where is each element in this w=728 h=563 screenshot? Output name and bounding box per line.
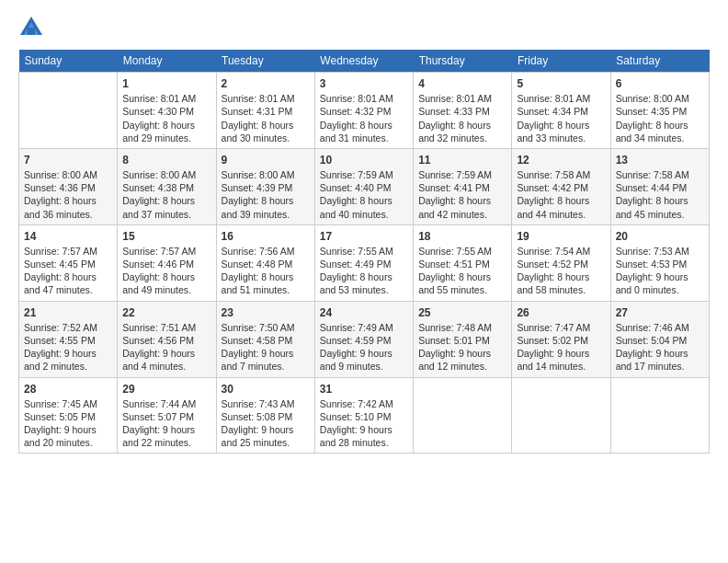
- calendar-cell: [414, 377, 512, 454]
- daylight-text: Daylight: 8 hours and 55 minutes.: [418, 271, 491, 295]
- daylight-text: Daylight: 9 hours and 22 minutes.: [122, 424, 195, 448]
- calendar-cell: 2 Sunrise: 8:01 AM Sunset: 4:31 PM Dayli…: [216, 73, 314, 149]
- logo: [18, 15, 48, 40]
- day-number: 9: [222, 153, 310, 167]
- sunrise-text: Sunrise: 7:58 AM: [517, 169, 590, 180]
- sunrise-text: Sunrise: 8:00 AM: [616, 93, 689, 104]
- daylight-text: Daylight: 8 hours and 31 minutes.: [320, 120, 392, 144]
- daylight-text: Daylight: 8 hours and 47 minutes.: [24, 271, 97, 295]
- header-row: SundayMondayTuesdayWednesdayThursdayFrid…: [19, 50, 710, 73]
- day-number: 31: [320, 382, 408, 396]
- sunset-text: Sunset: 4:33 PM: [418, 106, 490, 117]
- calendar-cell: [512, 377, 610, 454]
- sunrise-text: Sunrise: 8:00 AM: [122, 169, 196, 180]
- day-number: 30: [222, 382, 310, 396]
- calendar-cell: 9 Sunrise: 8:00 AM Sunset: 4:39 PM Dayli…: [216, 148, 314, 224]
- sunrise-text: Sunrise: 7:59 AM: [418, 169, 492, 180]
- calendar-cell: 31 Sunrise: 7:42 AM Sunset: 5:10 PM Dayl…: [314, 377, 413, 454]
- weekday-header: Sunday: [19, 50, 118, 73]
- calendar-cell: 29 Sunrise: 7:44 AM Sunset: 5:07 PM Dayl…: [118, 377, 216, 454]
- daylight-text: Daylight: 8 hours and 40 minutes.: [320, 195, 392, 219]
- sunrise-text: Sunrise: 7:52 AM: [24, 322, 97, 333]
- daylight-text: Daylight: 9 hours and 9 minutes.: [320, 348, 392, 372]
- daylight-text: Daylight: 8 hours and 32 minutes.: [418, 120, 491, 144]
- calendar-cell: 5 Sunrise: 8:01 AM Sunset: 4:34 PM Dayli…: [512, 73, 610, 149]
- daylight-text: Daylight: 8 hours and 33 minutes.: [517, 120, 589, 144]
- calendar-cell: 7 Sunrise: 8:00 AM Sunset: 4:36 PM Dayli…: [19, 148, 118, 224]
- calendar-cell: 30 Sunrise: 7:43 AM Sunset: 5:08 PM Dayl…: [216, 377, 314, 454]
- sunrise-text: Sunrise: 7:54 AM: [517, 246, 590, 257]
- sunset-text: Sunset: 4:30 PM: [122, 106, 194, 117]
- day-number: 23: [222, 305, 310, 320]
- calendar-cell: 3 Sunrise: 8:01 AM Sunset: 4:32 PM Dayli…: [314, 73, 413, 149]
- daylight-text: Daylight: 9 hours and 14 minutes.: [517, 348, 589, 372]
- sunset-text: Sunset: 4:49 PM: [320, 259, 392, 270]
- sunset-text: Sunset: 4:55 PM: [24, 335, 96, 346]
- day-number: 4: [418, 76, 506, 91]
- sunrise-text: Sunrise: 8:01 AM: [517, 93, 590, 104]
- sunset-text: Sunset: 5:04 PM: [616, 335, 688, 346]
- sunset-text: Sunset: 4:36 PM: [24, 182, 96, 193]
- sunset-text: Sunset: 4:41 PM: [418, 182, 490, 193]
- daylight-text: Daylight: 9 hours and 20 minutes.: [24, 424, 97, 448]
- sunset-text: Sunset: 4:39 PM: [222, 182, 293, 193]
- daylight-text: Daylight: 9 hours and 28 minutes.: [320, 424, 392, 448]
- calendar-cell: 12 Sunrise: 7:58 AM Sunset: 4:42 PM Dayl…: [512, 148, 610, 224]
- daylight-text: Daylight: 9 hours and 25 minutes.: [222, 424, 294, 448]
- day-number: 10: [320, 153, 408, 167]
- sunrise-text: Sunrise: 7:56 AM: [222, 246, 295, 257]
- day-number: 3: [320, 76, 408, 91]
- weekday-header: Tuesday: [216, 50, 314, 73]
- sunrise-text: Sunrise: 7:47 AM: [517, 322, 590, 333]
- weekday-header: Friday: [512, 50, 610, 73]
- sunrise-text: Sunrise: 8:01 AM: [122, 93, 196, 104]
- sunrise-text: Sunrise: 7:48 AM: [418, 322, 492, 333]
- day-number: 6: [616, 76, 704, 91]
- daylight-text: Daylight: 9 hours and 17 minutes.: [616, 348, 688, 372]
- calendar-cell: 17 Sunrise: 7:55 AM Sunset: 4:49 PM Dayl…: [314, 224, 413, 301]
- sunset-text: Sunset: 4:48 PM: [222, 259, 293, 270]
- calendar-cell: 8 Sunrise: 8:00 AM Sunset: 4:38 PM Dayli…: [118, 148, 216, 224]
- day-number: 27: [616, 305, 704, 320]
- sunrise-text: Sunrise: 7:53 AM: [616, 246, 689, 257]
- day-number: 12: [517, 153, 605, 167]
- calendar-table: SundayMondayTuesdayWednesdayThursdayFrid…: [18, 50, 710, 454]
- sunrise-text: Sunrise: 7:59 AM: [320, 169, 393, 180]
- day-number: 22: [122, 305, 210, 320]
- sunset-text: Sunset: 4:32 PM: [320, 106, 392, 117]
- calendar-cell: 15 Sunrise: 7:57 AM Sunset: 4:46 PM Dayl…: [118, 224, 216, 301]
- calendar-cell: 20 Sunrise: 7:53 AM Sunset: 4:53 PM Dayl…: [610, 224, 709, 301]
- calendar-cell: 14 Sunrise: 7:57 AM Sunset: 4:45 PM Dayl…: [19, 224, 118, 301]
- calendar-cell: 11 Sunrise: 7:59 AM Sunset: 4:41 PM Dayl…: [414, 148, 512, 224]
- calendar-cell: [610, 377, 709, 454]
- day-number: 11: [418, 153, 506, 167]
- sunrise-text: Sunrise: 8:01 AM: [320, 93, 393, 104]
- calendar-cell: 4 Sunrise: 8:01 AM Sunset: 4:33 PM Dayli…: [414, 73, 512, 149]
- sunset-text: Sunset: 4:59 PM: [320, 335, 392, 346]
- daylight-text: Daylight: 9 hours and 7 minutes.: [222, 348, 294, 372]
- day-number: 25: [418, 305, 506, 320]
- day-number: 20: [616, 229, 704, 244]
- daylight-text: Daylight: 9 hours and 0 minutes.: [616, 271, 688, 295]
- calendar-cell: 19 Sunrise: 7:54 AM Sunset: 4:52 PM Dayl…: [512, 224, 610, 301]
- calendar-cell: 23 Sunrise: 7:50 AM Sunset: 4:58 PM Dayl…: [216, 301, 314, 377]
- sunset-text: Sunset: 4:53 PM: [616, 259, 688, 270]
- calendar-cell: 6 Sunrise: 8:00 AM Sunset: 4:35 PM Dayli…: [610, 73, 709, 149]
- day-number: 18: [418, 229, 506, 244]
- sunrise-text: Sunrise: 8:01 AM: [222, 93, 295, 104]
- sunrise-text: Sunrise: 7:42 AM: [320, 398, 393, 409]
- sunset-text: Sunset: 4:45 PM: [24, 259, 96, 270]
- sunset-text: Sunset: 4:44 PM: [616, 182, 688, 193]
- day-number: 7: [24, 153, 112, 167]
- day-number: 29: [122, 382, 210, 396]
- day-number: 14: [24, 229, 112, 244]
- sunset-text: Sunset: 5:01 PM: [418, 335, 490, 346]
- day-number: 15: [122, 229, 210, 244]
- sunset-text: Sunset: 5:07 PM: [122, 411, 194, 422]
- calendar-cell: 26 Sunrise: 7:47 AM Sunset: 5:02 PM Dayl…: [512, 301, 610, 377]
- sunrise-text: Sunrise: 7:45 AM: [24, 398, 97, 409]
- page-header: [18, 15, 710, 40]
- sunrise-text: Sunrise: 7:51 AM: [122, 322, 196, 333]
- sunrise-text: Sunrise: 7:46 AM: [616, 322, 689, 333]
- calendar-cell: 18 Sunrise: 7:55 AM Sunset: 4:51 PM Dayl…: [414, 224, 512, 301]
